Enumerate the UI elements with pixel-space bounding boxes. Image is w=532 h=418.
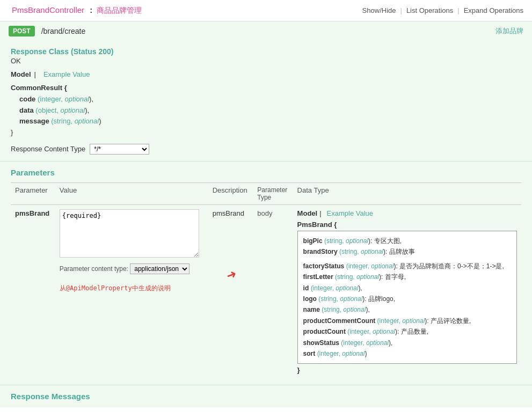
field-firstletter: firstLetter (string, optional): 首字母, [303, 272, 511, 282]
model-class-name: CommonResult { [11, 84, 67, 92]
param-name: pmsBrand [11, 204, 55, 378]
top-header: PmsBrandController : 商品品牌管理 Show/Hide | … [0, 0, 532, 21]
col-description: Description [208, 182, 253, 204]
example-tab-inactive[interactable]: Example Value [327, 209, 373, 217]
col-data-type: Data Type [293, 182, 521, 204]
response-content-type: Response Content Type */* application/js… [11, 144, 521, 155]
tab-sep: | [34, 70, 36, 78]
show-hide-link[interactable]: Show/Hide [362, 6, 396, 14]
pmsbrand-model-name: PmsBrand { [297, 221, 517, 229]
response-class-title: Response Class (Status 200) [11, 47, 521, 56]
ok-text: OK [11, 57, 521, 65]
pmsbrand-model-box: bigPic (string, optional): 专区大图, brandSt… [297, 231, 517, 364]
table-row: pmsBrand {required} Parameter content ty… [11, 204, 521, 378]
pmsbrand-close-brace: } [297, 366, 517, 374]
field-sort: sort (integer, optional) [303, 348, 511, 359]
col-value: Value [55, 182, 208, 204]
parameters-title: Parameters [11, 168, 521, 177]
param-textarea[interactable]: {required} [60, 209, 199, 258]
post-description: 添加品牌 [495, 26, 523, 36]
model-close-brace: } [11, 127, 521, 138]
field-name: name (string, optional), [303, 304, 511, 315]
field-showstatus: showStatus (integer, optional), [303, 338, 511, 348]
col-parameter: Parameter [11, 182, 55, 204]
controller-name: PmsBrandController [12, 5, 84, 14]
response-content-type-select[interactable]: */* application/json text/plain [90, 144, 149, 155]
expand-operations-link[interactable]: Expand Operations [464, 6, 523, 14]
field-productcount: productCount (integer, optional): 产品数量, [303, 326, 511, 337]
response-class-section: Response Class (Status 200) OK Model | E… [0, 41, 532, 162]
field-message: message (string, optional) [19, 116, 521, 127]
field-data: data (object, optional), [19, 105, 521, 116]
param-content-type: Parameter content type: application/json… [60, 263, 204, 274]
response-messages-title: Response Messages [11, 392, 521, 401]
data-type-cell: Model | Example Value PmsBrand { bigPic … [293, 204, 521, 378]
sep2: | [457, 6, 459, 14]
response-messages-section: Response Messages [0, 385, 532, 407]
table-header-row: Parameter Value Description ParameterTyp… [11, 182, 521, 204]
tab-model[interactable]: Model [11, 70, 31, 78]
field-brandstory: brandStory (string, optional): 品牌故事 [303, 246, 511, 257]
parameters-section: Parameters Parameter Value Description P… [0, 162, 532, 385]
field-id: id (integer, optional), [303, 283, 511, 294]
field-factorystatus: factoryStatus (integer, optional): 是否为品牌… [303, 261, 511, 272]
content-type-select[interactable]: application/json text/plain [130, 263, 190, 274]
param-value-cell: {required} Parameter content type: appli… [55, 204, 208, 378]
post-row: POST /brand/create 添加品牌 [0, 21, 532, 41]
col-param-type: ParameterType [253, 182, 293, 204]
field-logo: logo (string, optional): 品牌logo, [303, 294, 511, 304]
post-path: /brand/create [41, 27, 495, 35]
field-productcommentcount: productCommentCount (integer, optional):… [303, 316, 511, 326]
title-separator: : [90, 5, 92, 14]
param-description: pmsBrand [208, 204, 253, 378]
annotation-text: 从@ApiModelProperty中生成的说明 [60, 284, 171, 292]
response-content-type-label: Response Content Type [11, 145, 85, 153]
model-content: CommonResult { code (integer, optional),… [11, 83, 521, 138]
list-operations-link[interactable]: List Operations [406, 6, 453, 14]
model-example-tabs: Model | Example Value [297, 209, 517, 217]
annotation-area: 从@ApiModelProperty中生成的说明 ➜ [60, 284, 204, 293]
tab-example[interactable]: Example Value [43, 70, 90, 78]
field-code: code (integer, optional), [19, 94, 521, 105]
model-tab-active[interactable]: Model [297, 209, 318, 217]
content-type-label: Parameter content type: [60, 265, 130, 273]
field-bigpic: bigPic (string, optional): 专区大图, [303, 236, 511, 246]
post-badge: POST [9, 26, 35, 36]
top-actions: Show/Hide | List Operations | Expand Ope… [362, 6, 523, 14]
title-cn: 商品品牌管理 [97, 6, 142, 14]
parameters-table: Parameter Value Description ParameterTyp… [11, 182, 521, 378]
model-name-line: CommonResult { [11, 83, 521, 94]
controller-title: PmsBrandController : 商品品牌管理 [9, 5, 142, 16]
model-tabs: Model | Example Value [11, 70, 521, 78]
sep1: | [400, 6, 402, 14]
param-type: body [253, 204, 293, 378]
